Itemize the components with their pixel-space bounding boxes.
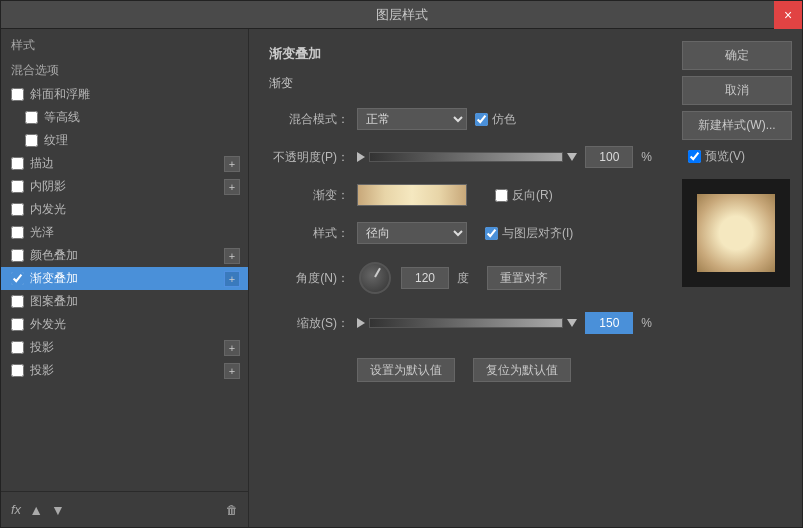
angle-input[interactable] <box>401 267 449 289</box>
dither-checkbox-label[interactable]: 仿色 <box>475 111 516 128</box>
sidebar-item-contour[interactable]: 等高线 <box>1 106 248 129</box>
sidebar-item-stroke[interactable]: 描边 + <box>1 152 248 175</box>
drop-shadow1-plus-btn[interactable]: + <box>224 340 240 356</box>
sidebar-item-drop-shadow2[interactable]: 投影 + <box>1 359 248 382</box>
opacity-slider-left-icon <box>357 152 365 162</box>
contour-label: 等高线 <box>44 109 80 126</box>
layer-style-dialog: 图层样式 × 样式 混合选项 斜面和浮雕 等高线 纹理 <box>0 0 803 528</box>
gradient-preview[interactable] <box>357 184 467 206</box>
left-footer: fx ▲ ▼ 🗑 <box>1 491 248 527</box>
sidebar-item-drop-shadow1[interactable]: 投影 + <box>1 336 248 359</box>
dialog-body: 样式 混合选项 斜面和浮雕 等高线 纹理 描边 <box>1 29 802 527</box>
gradient-overlay-plus-btn[interactable]: + <box>224 271 240 287</box>
sidebar-item-gradient-overlay[interactable]: 渐变叠加 + <box>1 267 248 290</box>
drop-shadow2-plus-btn[interactable]: + <box>224 363 240 379</box>
sidebar-item-outer-glow[interactable]: 外发光 <box>1 313 248 336</box>
move-down-icon[interactable]: ▼ <box>51 502 65 518</box>
sidebar-item-texture[interactable]: 纹理 <box>1 129 248 152</box>
preview-image <box>697 194 775 272</box>
sidebar-item-inner-glow[interactable]: 内发光 <box>1 198 248 221</box>
blend-mode-select[interactable]: 正常 溶解 变暗 正片叠底 <box>357 108 467 130</box>
scale-slider-left-icon <box>357 318 365 328</box>
dither-checkbox[interactable] <box>475 113 488 126</box>
style-row: 样式： 线性 径向 角度 对称的 菱形 与图层对齐(I) <box>269 222 652 244</box>
stroke-checkbox[interactable] <box>11 157 24 170</box>
stroke-label: 描边 <box>30 155 54 172</box>
contour-checkbox[interactable] <box>25 111 38 124</box>
move-up-icon[interactable]: ▲ <box>29 502 43 518</box>
reverse-checkbox-label[interactable]: 反向(R) <box>495 187 553 204</box>
texture-checkbox[interactable] <box>25 134 38 147</box>
new-style-btn[interactable]: 新建样式(W)... <box>682 111 792 140</box>
drop-shadow2-checkbox[interactable] <box>11 364 24 377</box>
dither-label: 仿色 <box>492 111 516 128</box>
blend-mode-row: 混合模式： 正常 溶解 变暗 正片叠底 仿色 <box>269 108 652 130</box>
style-label: 样式： <box>269 225 349 242</box>
opacity-slider-right-icon <box>567 153 577 161</box>
dial-body <box>359 262 391 294</box>
scale-input[interactable] <box>585 312 633 334</box>
opacity-input[interactable] <box>585 146 633 168</box>
gradient-overlay-checkbox[interactable] <box>11 272 24 285</box>
title-bar: 图层样式 × <box>1 1 802 29</box>
sidebar-item-bevel[interactable]: 斜面和浮雕 <box>1 83 248 106</box>
opacity-row: 不透明度(P)： % <box>269 146 652 168</box>
bevel-label: 斜面和浮雕 <box>30 86 90 103</box>
pattern-overlay-checkbox[interactable] <box>11 295 24 308</box>
inner-glow-checkbox[interactable] <box>11 203 24 216</box>
fx-icon[interactable]: fx <box>11 502 21 517</box>
angle-dial[interactable] <box>357 260 393 296</box>
scale-unit: % <box>641 316 652 330</box>
set-default-btn[interactable]: 设置为默认值 <box>357 358 455 382</box>
sidebar-item-satin[interactable]: 光泽 <box>1 221 248 244</box>
sub-title: 渐变 <box>269 75 652 92</box>
color-overlay-plus-btn[interactable]: + <box>224 248 240 264</box>
preview-checkbox[interactable] <box>688 150 701 163</box>
drop-shadow1-label: 投影 <box>30 339 54 356</box>
close-button[interactable]: × <box>774 1 802 29</box>
satin-label: 光泽 <box>30 224 54 241</box>
opacity-slider-area <box>357 152 577 162</box>
angle-unit: 度 <box>457 270 469 287</box>
styles-header: 样式 <box>1 29 248 58</box>
sidebar-item-inner-shadow[interactable]: 内阴影 + <box>1 175 248 198</box>
align-layer-checkbox-label[interactable]: 与图层对齐(I) <box>485 225 573 242</box>
drop-shadow1-checkbox[interactable] <box>11 341 24 354</box>
effects-list: 斜面和浮雕 等高线 纹理 描边 + 内阴影 + <box>1 83 248 491</box>
opacity-slider[interactable] <box>369 152 563 162</box>
blend-mode-label: 混合模式： <box>269 111 349 128</box>
inner-shadow-label: 内阴影 <box>30 178 66 195</box>
reset-alignment-btn[interactable]: 重置对齐 <box>487 266 561 290</box>
gradient-row: 渐变： 反向(R) <box>269 184 652 206</box>
cancel-btn[interactable]: 取消 <box>682 76 792 105</box>
section-title: 渐变叠加 <box>269 45 652 63</box>
inner-shadow-checkbox[interactable] <box>11 180 24 193</box>
satin-checkbox[interactable] <box>11 226 24 239</box>
middle-panel: 渐变叠加 渐变 混合模式： 正常 溶解 变暗 正片叠底 仿色 不透明度(P)： <box>249 29 672 527</box>
confirm-btn[interactable]: 确定 <box>682 41 792 70</box>
angle-row: 角度(N)： 度 重置对齐 <box>269 260 652 296</box>
reverse-label: 反向(R) <box>512 187 553 204</box>
style-select[interactable]: 线性 径向 角度 对称的 菱形 <box>357 222 467 244</box>
drop-shadow2-label: 投影 <box>30 362 54 379</box>
align-layer-checkbox[interactable] <box>485 227 498 240</box>
sidebar-item-pattern-overlay[interactable]: 图案叠加 <box>1 290 248 313</box>
reset-default-btn[interactable]: 复位为默认值 <box>473 358 571 382</box>
stroke-plus-btn[interactable]: + <box>224 156 240 172</box>
scale-slider[interactable] <box>369 318 563 328</box>
inner-shadow-plus-btn[interactable]: + <box>224 179 240 195</box>
reverse-checkbox[interactable] <box>495 189 508 202</box>
pattern-overlay-label: 图案叠加 <box>30 293 78 310</box>
align-layer-label: 与图层对齐(I) <box>502 225 573 242</box>
preview-label: 预览(V) <box>705 148 745 165</box>
trash-icon[interactable]: 🗑 <box>226 503 238 517</box>
sidebar-item-color-overlay[interactable]: 颜色叠加 + <box>1 244 248 267</box>
dial-needle <box>374 268 381 278</box>
bevel-checkbox[interactable] <box>11 88 24 101</box>
color-overlay-checkbox[interactable] <box>11 249 24 262</box>
preview-checkbox-row[interactable]: 预览(V) <box>682 148 792 165</box>
outer-glow-checkbox[interactable] <box>11 318 24 331</box>
gradient-label: 渐变： <box>269 187 349 204</box>
texture-label: 纹理 <box>44 132 68 149</box>
blend-options-label: 混合选项 <box>1 58 248 83</box>
